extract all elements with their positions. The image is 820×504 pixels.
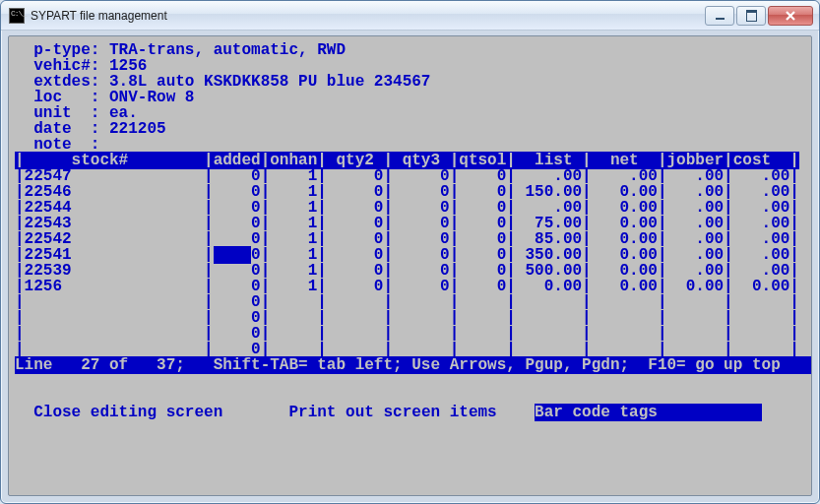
hdr-note: note : bbox=[15, 137, 805, 153]
window-title: SYPART file management bbox=[31, 9, 703, 23]
hdr-ptype: p-type: TRA-trans, automatic, RWD bbox=[15, 42, 805, 58]
column-header: | stock# |added|onhan| qty2 | qty3 |qtso… bbox=[15, 153, 805, 168]
table-row[interactable]: |1256 | 0| 1| 0| 0| 0| 0.00| 0.00| 0.00|… bbox=[15, 279, 805, 294]
table-row[interactable]: |22542 | 0| 1| 0| 0| 0| 85.00| 0.00| .00… bbox=[15, 231, 805, 247]
titlebar: SYPART file management bbox=[1, 1, 819, 31]
table-row-empty: | | 0| | | | | | | | | bbox=[15, 294, 805, 310]
maximize-button[interactable] bbox=[736, 6, 766, 26]
hdr-loc: loc : ONV-Row 8 bbox=[15, 90, 805, 105]
spacer bbox=[15, 373, 805, 389]
hdr-unit: unit : ea. bbox=[15, 105, 805, 121]
table-row[interactable]: |22541 | 0| 1| 0| 0| 0| 350.00| 0.00| .0… bbox=[15, 247, 805, 263]
close-button[interactable] bbox=[768, 6, 813, 26]
barcode-tags-button[interactable]: Bar code tags bbox=[535, 404, 761, 421]
console-icon bbox=[9, 8, 25, 24]
minimize-button[interactable] bbox=[705, 6, 734, 26]
print-items-button[interactable]: Print out screen items bbox=[288, 404, 496, 421]
table-row[interactable]: |22539 | 0| 1| 0| 0| 0| 500.00| 0.00| .0… bbox=[15, 263, 805, 279]
table-row[interactable]: |22543 | 0| 1| 0| 0| 0| 75.00| 0.00| .00… bbox=[15, 216, 805, 231]
hdr-extdes: extdes: 3.8L auto KSKDKK858 PU blue 2345… bbox=[15, 74, 805, 90]
close-editing-button[interactable]: Close editing screen bbox=[33, 404, 222, 421]
table-row[interactable]: |22544 | 0| 1| 0| 0| 0| .00| 0.00| .00| … bbox=[15, 200, 805, 216]
hdr-date: date : 221205 bbox=[15, 121, 805, 137]
table-row[interactable]: |22546 | 0| 1| 0| 0| 0| 150.00| 0.00| .0… bbox=[15, 184, 805, 200]
table-row-empty: | | 0| | | | | | | | | bbox=[15, 342, 805, 357]
terminal-area: p-type: TRA-trans, automatic, RWD vehic#… bbox=[8, 35, 812, 496]
status-line: Line 27 of 37; Shift-TAB= tab left; Use … bbox=[15, 357, 805, 373]
app-window: SYPART file management p-type: TRA-trans… bbox=[0, 0, 820, 504]
window-buttons bbox=[703, 6, 813, 26]
spacer bbox=[15, 389, 805, 405]
table-row-empty: | | 0| | | | | | | | | bbox=[15, 310, 805, 326]
footer: Close editing screen Print out screen it… bbox=[15, 405, 805, 420]
hdr-vehic: vehic#: 1256 bbox=[15, 58, 805, 74]
table-row-empty: | | 0| | | | | | | | | bbox=[15, 326, 805, 342]
table-row[interactable]: |22547 | 0| 1| 0| 0| 0| .00| .00| .00| .… bbox=[15, 168, 805, 184]
